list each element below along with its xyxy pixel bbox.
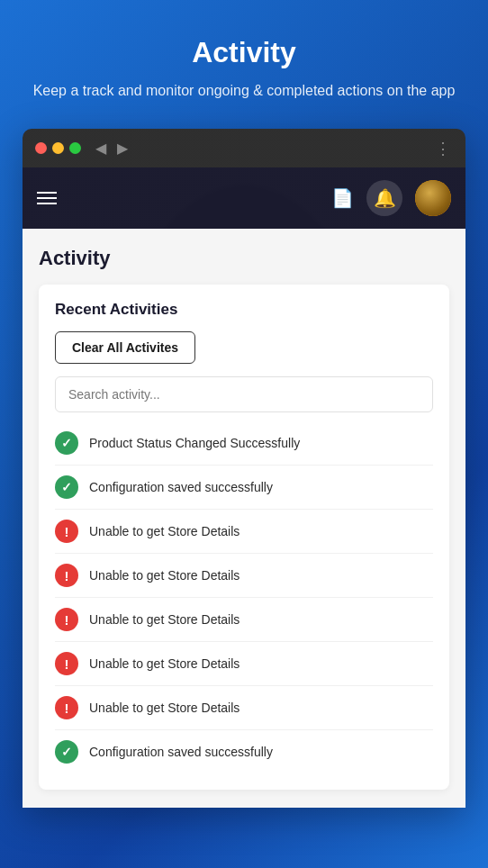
world-map-background [0, 0, 488, 868]
